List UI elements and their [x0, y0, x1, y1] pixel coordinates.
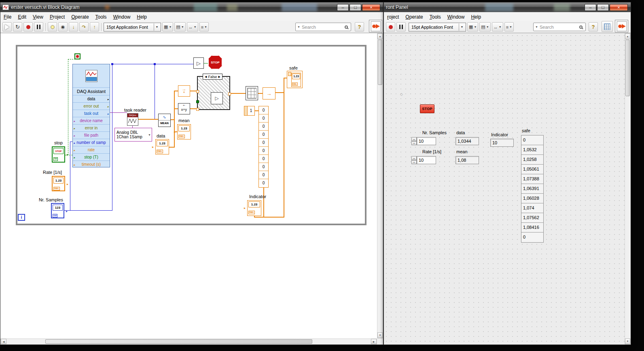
daq-terminal-error-in[interactable]: ▸error in: [73, 124, 110, 131]
rate-numeric-terminal[interactable]: 1.23 DBL ▸: [52, 176, 65, 191]
vi-icon-button[interactable]: [369, 20, 382, 32]
help-button[interactable]: ?: [355, 22, 364, 32]
array-cell[interactable]: 0: [259, 155, 268, 163]
menu-operate[interactable]: Operate: [68, 13, 92, 21]
fp-help-button[interactable]: ?: [589, 22, 598, 32]
loop-iteration-terminal[interactable]: i: [18, 214, 25, 221]
daq-terminal-task-out[interactable]: task out▸: [73, 110, 110, 117]
scroll-down-arrow[interactable]: ▼: [625, 338, 630, 344]
safe-array-cell[interactable]: 1,05061: [521, 165, 543, 174]
bd-minimize-button[interactable]: –: [337, 4, 349, 11]
decrement-icon[interactable]: ▼: [411, 160, 417, 164]
fp-font-selector[interactable]: 15pt Application Font ▼: [409, 23, 466, 32]
while-loop[interactable]: [16, 45, 366, 225]
rate-input[interactable]: 10: [417, 156, 436, 164]
step-over-button[interactable]: ↷: [79, 22, 89, 32]
bd-horizontal-scrollbar[interactable]: ◀ ▶: [0, 338, 377, 345]
array-cell[interactable]: 0: [259, 114, 268, 123]
vi-icon-button[interactable]: [615, 20, 628, 32]
safe-array-cell[interactable]: 0: [521, 233, 543, 242]
bd-close-button[interactable]: ×: [362, 4, 380, 11]
reorder-dropdown[interactable]: ≡▼: [504, 22, 514, 32]
case-selector[interactable]: ◀ False ▶: [203, 74, 222, 80]
insert-into-array-node[interactable]: →: [263, 87, 275, 99]
array-cell[interactable]: 0: [259, 106, 268, 114]
safe-array-cell[interactable]: 1,0532: [521, 145, 543, 155]
array-cell[interactable]: 0: [259, 163, 268, 171]
daq-terminal-number-of-samples[interactable]: ▸number of samp: [73, 139, 110, 146]
safe-array-cell[interactable]: 1,07562: [521, 213, 543, 223]
menu-project[interactable]: Project: [47, 13, 68, 21]
daq-terminal-timeout[interactable]: ▸timeout (s): [73, 161, 110, 167]
samples-numeric-terminal[interactable]: 123 I32 ▸: [51, 203, 64, 218]
array-constant-column[interactable]: 0 0 0 0 0 0 0 0 0 0: [258, 106, 269, 188]
stop-boolean-terminal[interactable]: STOP TF ▸: [52, 146, 65, 163]
to-double-conversion-node[interactable]: → *: [178, 85, 190, 97]
data-indicator[interactable]: 1,0344: [455, 137, 479, 145]
array-cell[interactable]: 0: [259, 147, 268, 155]
safe-array-cell[interactable]: 1,06391: [521, 184, 543, 194]
menu-operate[interactable]: Operate: [402, 13, 426, 21]
indicator-terminal[interactable]: ▸ 1.23 DBL: [247, 200, 261, 216]
scroll-right-arrow[interactable]: ▶: [371, 339, 377, 344]
daq-assistant-node[interactable]: DAQ Assistant data▸ error out▸ task out▸…: [72, 64, 110, 167]
menu-window[interactable]: Window: [110, 13, 134, 21]
fp-titlebar[interactable]: ront Panel – □ ×: [384, 2, 631, 12]
increment-icon[interactable]: ▲: [411, 137, 417, 141]
font-selector[interactable]: 15pt Application Font ▼: [104, 23, 161, 32]
rate-spinner[interactable]: ▲ ▼: [411, 156, 417, 164]
subvi-icon[interactable]: ▷: [211, 92, 223, 104]
menu-edit[interactable]: Edit: [15, 13, 30, 21]
scrollbar-thumb[interactable]: [625, 40, 630, 96]
scroll-up-arrow[interactable]: ▲: [625, 34, 630, 39]
nr-samples-input[interactable]: 10: [417, 137, 436, 145]
grid-align-button[interactable]: [602, 21, 613, 32]
mean-indicator[interactable]: 1,08: [455, 156, 479, 164]
menu-help[interactable]: Help: [133, 13, 150, 21]
scrollbar-thumb[interactable]: [378, 40, 382, 85]
align-objects-dropdown[interactable]: ▦▼: [162, 22, 173, 32]
retain-wire-values-button[interactable]: ◉: [58, 22, 68, 32]
fp-stop-button[interactable]: STOP: [420, 104, 434, 113]
run-button[interactable]: [2, 22, 12, 32]
step-into-button[interactable]: ↓: [69, 22, 78, 32]
bd-vertical-scrollbar[interactable]: ▲ ▼: [377, 33, 383, 338]
pause-button[interactable]: [34, 22, 43, 32]
array-cell[interactable]: 0: [259, 139, 268, 147]
safe-array-cell[interactable]: 0: [521, 135, 543, 145]
array-cell[interactable]: 0: [259, 123, 268, 131]
case-prev-arrow-icon[interactable]: ◀: [205, 75, 207, 78]
daqmx-polymorphic-selector[interactable]: Analog DBL 1Chan 1Samp ▼: [114, 128, 152, 142]
safe-array-cell[interactable]: 1,074: [521, 203, 543, 213]
menu-file[interactable]: File: [0, 13, 15, 21]
safe-array[interactable]: 0 1,0532 1,0258 1,05061 1,07388 1,06391 …: [521, 135, 544, 243]
selector-arrow-icon[interactable]: ▼: [148, 133, 151, 136]
mean-indicator-terminal[interactable]: ▸ 1.23 DBL: [177, 124, 191, 140]
resize-objects-dropdown[interactable]: ↔▼: [492, 22, 503, 32]
build-array-node[interactable]: [246, 86, 258, 100]
safe-array-cell[interactable]: 1,08416: [521, 223, 543, 233]
daq-terminal-device-name[interactable]: ▸device name: [73, 117, 110, 124]
front-panel-canvas[interactable]: [384, 33, 625, 345]
highlight-execution-button[interactable]: [48, 22, 57, 32]
bd-titlebar[interactable]: erster versuch.vi Block Diagram – □ ×: [0, 2, 383, 12]
fp-maximize-button[interactable]: □: [597, 4, 609, 11]
data-indicator-terminal[interactable]: ▸ 1.23 DBL: [155, 139, 169, 154]
fp-minimize-button[interactable]: –: [585, 4, 596, 11]
distribute-objects-dropdown[interactable]: ▤▼: [174, 22, 185, 32]
fp-pause-button[interactable]: [396, 22, 406, 32]
safe-array-cell[interactable]: 1,06028: [521, 194, 543, 203]
menu-tools[interactable]: Tools: [426, 13, 444, 21]
comparison-node[interactable]: ▷: [193, 57, 204, 69]
scroll-up-arrow[interactable]: ▲: [377, 34, 383, 39]
menu-help[interactable]: Help: [468, 13, 484, 21]
case-next-arrow-icon[interactable]: ▶: [218, 75, 220, 78]
scrollbar-thumb[interactable]: [45, 339, 312, 344]
distribute-objects-dropdown[interactable]: ▤▼: [479, 22, 490, 32]
scroll-left-arrow[interactable]: ◀: [1, 339, 6, 344]
fp-search-box[interactable]: ▼ Search: [533, 23, 586, 31]
nr-samples-spinner[interactable]: ▲ ▼: [411, 137, 417, 145]
decrement-icon[interactable]: ▼: [411, 141, 417, 145]
add-node[interactable]: ··▸·· x+y: [178, 103, 190, 114]
scroll-down-arrow[interactable]: ▼: [377, 332, 383, 338]
